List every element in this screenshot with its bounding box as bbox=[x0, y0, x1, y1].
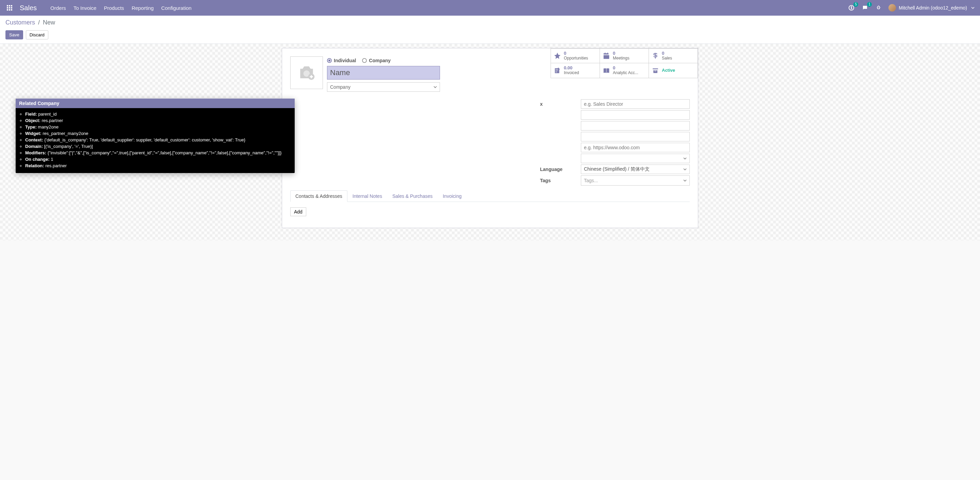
calendar-icon bbox=[603, 52, 610, 60]
tab-body: Add bbox=[290, 202, 690, 216]
avatar bbox=[888, 4, 896, 11]
stat-analytic[interactable]: 0Analytic Acc... bbox=[600, 63, 649, 78]
star-icon bbox=[554, 52, 561, 60]
radio-individual[interactable]: Individual bbox=[327, 58, 356, 63]
archive-icon bbox=[652, 67, 659, 74]
radio-label: Company bbox=[369, 58, 391, 63]
tabs: Contacts & Addresses Internal Notes Sale… bbox=[290, 190, 690, 202]
menu-products[interactable]: Products bbox=[104, 5, 124, 11]
stat-label: Opportunities bbox=[564, 56, 588, 61]
job-position-input[interactable] bbox=[581, 99, 690, 109]
stat-meetings[interactable]: 0Meetings bbox=[600, 48, 649, 63]
language-value: Chinese (Simplified) / 简体中文 bbox=[584, 166, 649, 172]
chevron-down-icon bbox=[683, 157, 687, 160]
radio-label: Individual bbox=[334, 58, 356, 63]
menu-reporting[interactable]: Reporting bbox=[132, 5, 154, 11]
tooltip-row: Modifiers: {"invisible":["|","&",["is_co… bbox=[25, 150, 295, 156]
language-label: Language bbox=[540, 166, 578, 172]
menu-to-invoice[interactable]: To Invoice bbox=[73, 5, 97, 11]
svg-rect-0 bbox=[7, 5, 8, 6]
chevron-down-icon bbox=[683, 168, 687, 171]
stat-num: 0 bbox=[564, 51, 588, 56]
tags-label: Tags bbox=[540, 178, 578, 183]
svg-rect-1 bbox=[9, 5, 10, 6]
name-input[interactable] bbox=[327, 66, 440, 79]
tags-input[interactable]: Tags... bbox=[581, 176, 690, 185]
radio-icon bbox=[362, 58, 367, 63]
stat-label: Invoiced bbox=[564, 71, 579, 76]
svg-rect-7 bbox=[9, 9, 10, 11]
svg-rect-3 bbox=[7, 7, 8, 8]
book-icon bbox=[603, 67, 610, 74]
nav-right: 5 1 Mitchell Admin (odoo12_edemo) bbox=[848, 4, 975, 11]
discuss-badge: 1 bbox=[867, 2, 872, 7]
control-panel: Customers / New Save Discard bbox=[0, 16, 980, 44]
chevron-down-icon bbox=[683, 179, 687, 182]
breadcrumb-sep: / bbox=[37, 19, 41, 26]
company-type-radios: Individual Company bbox=[327, 56, 440, 63]
website-input[interactable] bbox=[581, 143, 690, 152]
parent-company-select[interactable]: Company bbox=[327, 82, 440, 92]
menu-orders[interactable]: Orders bbox=[50, 5, 66, 11]
tooltip-row: Type: many2one bbox=[25, 124, 295, 130]
chevron-down-icon bbox=[434, 86, 437, 89]
svg-rect-5 bbox=[11, 7, 12, 8]
stat-num: 0.00 bbox=[564, 66, 579, 71]
stat-invoiced[interactable]: 0.00Invoiced bbox=[551, 63, 600, 78]
debug-icon[interactable] bbox=[875, 4, 882, 11]
notebook: Contacts & Addresses Internal Notes Sale… bbox=[290, 190, 690, 216]
phone-input[interactable] bbox=[581, 110, 690, 120]
stat-num: 0 bbox=[613, 51, 630, 56]
radio-icon bbox=[327, 58, 332, 63]
form-sheet: 0Opportunities 0Meetings 0Sales 0.00Invo… bbox=[282, 48, 698, 228]
tooltip-list: Field: parent_id Object: res.partner Typ… bbox=[16, 111, 295, 169]
mobile-input[interactable] bbox=[581, 121, 690, 130]
stat-label: Meetings bbox=[613, 56, 630, 61]
svg-rect-6 bbox=[7, 9, 8, 11]
app-brand[interactable]: Sales bbox=[20, 4, 37, 12]
add-button[interactable]: Add bbox=[290, 208, 306, 216]
stat-sales[interactable]: 0Sales bbox=[649, 48, 698, 63]
cp-buttons: Save Discard bbox=[5, 30, 975, 40]
tooltip-row: Object: res.partner bbox=[25, 117, 295, 124]
activities-icon[interactable]: 5 bbox=[848, 4, 855, 11]
company-select-text: Company bbox=[330, 84, 350, 90]
breadcrumb-customers[interactable]: Customers bbox=[5, 19, 35, 26]
image-upload[interactable] bbox=[290, 56, 323, 89]
svg-rect-4 bbox=[9, 7, 10, 8]
stat-label: Analytic Acc... bbox=[613, 71, 638, 76]
tags-placeholder: Tags... bbox=[584, 178, 598, 183]
radio-company[interactable]: Company bbox=[362, 58, 391, 63]
breadcrumb-current: New bbox=[43, 19, 55, 26]
stat-active[interactable]: Active bbox=[649, 63, 698, 78]
tab-sales-purchases[interactable]: Sales & Purchases bbox=[387, 190, 438, 202]
stat-num: 0 bbox=[613, 66, 638, 71]
stat-button-box: 0Opportunities 0Meetings 0Sales 0.00Invo… bbox=[550, 48, 698, 78]
apps-icon[interactable] bbox=[5, 4, 14, 12]
name-block: Individual Company Company bbox=[327, 56, 440, 92]
tab-internal-notes[interactable]: Internal Notes bbox=[347, 190, 387, 202]
svg-rect-2 bbox=[11, 5, 12, 6]
save-button[interactable]: Save bbox=[5, 30, 23, 40]
tab-contacts[interactable]: Contacts & Addresses bbox=[290, 190, 347, 202]
user-menu[interactable]: Mitchell Admin (odoo12_edemo) bbox=[888, 4, 975, 11]
pencil-icon bbox=[554, 67, 561, 74]
stat-opportunities[interactable]: 0Opportunities bbox=[551, 48, 600, 63]
svg-rect-8 bbox=[11, 9, 12, 11]
tooltip-row: Context: {'default_is_company': True, 'd… bbox=[25, 137, 295, 143]
breadcrumb: Customers / New bbox=[5, 19, 975, 26]
caret-down-icon bbox=[971, 5, 975, 11]
tooltip-row: On change: 1 bbox=[25, 156, 295, 163]
tooltip-row: Domain: [('is_company', '=', True)] bbox=[25, 143, 295, 150]
email-input[interactable] bbox=[581, 132, 690, 141]
tab-invoicing[interactable]: Invoicing bbox=[438, 190, 466, 202]
title-select[interactable] bbox=[581, 154, 690, 163]
discuss-icon[interactable]: 1 bbox=[861, 4, 869, 11]
language-select[interactable]: Chinese (Simplified) / 简体中文 bbox=[581, 165, 690, 174]
user-name: Mitchell Admin (odoo12_edemo) bbox=[899, 5, 967, 11]
menu-configuration[interactable]: Configuration bbox=[161, 5, 192, 11]
tooltip-row: Relation: res.partner bbox=[25, 163, 295, 169]
tooltip-row: Field: parent_id bbox=[25, 111, 295, 117]
dollar-icon bbox=[652, 52, 659, 60]
discard-button[interactable]: Discard bbox=[26, 30, 48, 40]
